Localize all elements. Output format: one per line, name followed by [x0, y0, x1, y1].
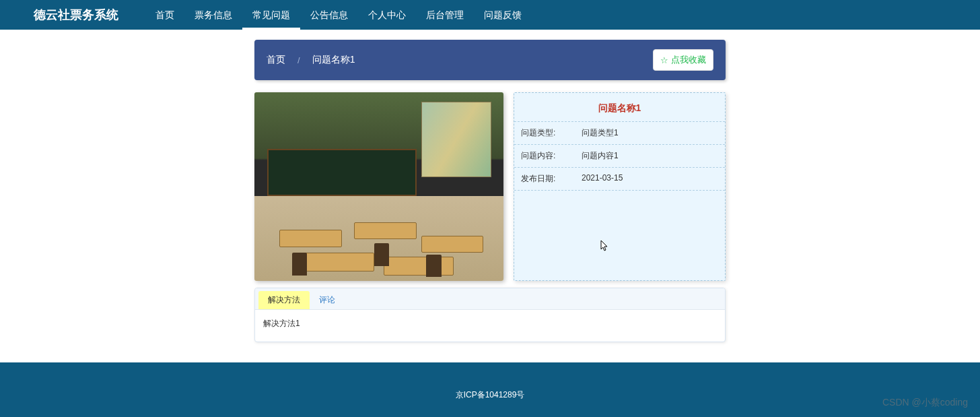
brand-title: 德云社票务系统: [34, 7, 118, 23]
table-row: 发布日期: 2021-03-15: [514, 167, 725, 191]
tab-content-solution: 解决方法1: [255, 310, 725, 342]
row-value-type: 问题类型1: [575, 122, 725, 144]
row-label-date: 发布日期:: [514, 168, 575, 190]
nav-profile[interactable]: 个人中心: [358, 0, 416, 30]
nav-items: 首页 票务信息 常见问题 公告信息 个人中心 后台管理 问题反馈: [145, 0, 532, 30]
breadcrumb-home[interactable]: 首页: [267, 54, 285, 66]
footer-text: 京ICP备1041289号: [456, 390, 525, 399]
star-icon: ☆: [660, 55, 668, 65]
breadcrumb: 首页 / 问题名称1 ☆ 点我收藏: [254, 40, 726, 80]
nav-faq[interactable]: 常见问题: [242, 0, 300, 30]
nav-feedback[interactable]: 问题反馈: [474, 0, 532, 30]
watermark: CSDN @小蔡coding: [882, 397, 968, 409]
tabs-card: 解决方法 评论 解决方法1: [254, 288, 726, 342]
tab-solution[interactable]: 解决方法: [258, 291, 310, 309]
row-label-type: 问题类型:: [514, 122, 575, 144]
nav-announcements[interactable]: 公告信息: [300, 0, 358, 30]
favorite-button[interactable]: ☆ 点我收藏: [653, 49, 713, 71]
detail-image: [254, 92, 503, 281]
footer: 京ICP备1041289号: [0, 362, 980, 417]
cursor-icon: [600, 240, 610, 252]
tab-comments[interactable]: 评论: [310, 291, 345, 309]
navbar: 德云社票务系统 首页 票务信息 常见问题 公告信息 个人中心 后台管理 问题反馈: [0, 0, 980, 30]
tabs-header: 解决方法 评论: [255, 288, 725, 310]
breadcrumb-separator: /: [298, 55, 300, 65]
table-row: 问题类型: 问题类型1: [514, 121, 725, 144]
row-value-content: 问题内容1: [575, 145, 725, 167]
nav-home[interactable]: 首页: [145, 0, 184, 30]
nav-tickets[interactable]: 票务信息: [184, 0, 242, 30]
content-row: 问题名称1 问题类型: 问题类型1 问题内容: 问题内容1 发布日期: 2021…: [254, 92, 726, 281]
detail-table: 问题类型: 问题类型1 问题内容: 问题内容1 发布日期: 2021-03-15: [514, 121, 725, 191]
info-panel: 问题名称1 问题类型: 问题类型1 问题内容: 问题内容1 发布日期: 2021…: [514, 92, 726, 281]
detail-title: 问题名称1: [514, 93, 725, 121]
row-label-content: 问题内容:: [514, 145, 575, 167]
nav-admin[interactable]: 后台管理: [416, 0, 474, 30]
table-row: 问题内容: 问题内容1: [514, 144, 725, 167]
main-container: 首页 / 问题名称1 ☆ 点我收藏 问题名称1 问题类型: 问题类型1 问题内容…: [254, 40, 726, 342]
row-value-date: 2021-03-15: [575, 168, 725, 190]
favorite-button-label: 点我收藏: [671, 54, 706, 66]
breadcrumb-current: 问题名称1: [312, 54, 355, 66]
